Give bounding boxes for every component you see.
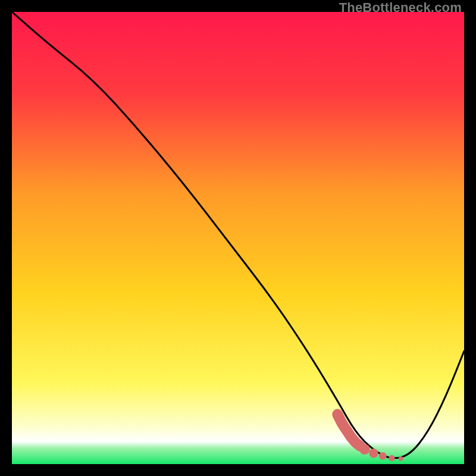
chart-frame bbox=[12, 12, 464, 464]
optimal-zone-dot bbox=[359, 444, 370, 455]
optimal-zone-dot bbox=[379, 452, 387, 460]
bottleneck-chart bbox=[12, 12, 464, 464]
optimal-zone-dot bbox=[369, 449, 378, 458]
optimal-zone-dot bbox=[399, 456, 403, 461]
optimal-zone-dot bbox=[389, 455, 394, 461]
gradient-background bbox=[12, 12, 464, 464]
watermark-text: TheBottleneck.com bbox=[339, 0, 462, 15]
